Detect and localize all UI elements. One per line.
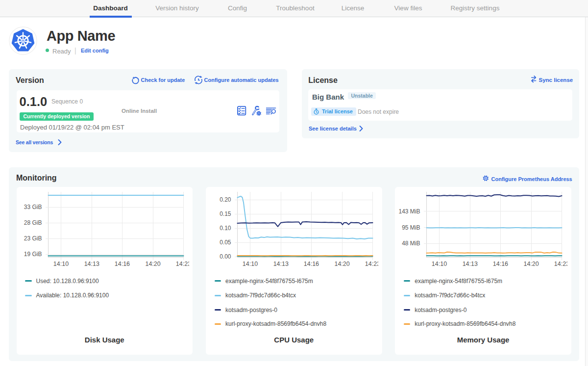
svg-text:14:20: 14:20 [145,261,160,267]
svg-text:23 GiB: 23 GiB [24,235,42,242]
svg-text:28 GiB: 28 GiB [24,219,42,226]
svg-text:0.10: 0.10 [220,225,231,232]
svg-text:14:20: 14:20 [334,261,349,267]
svg-text:0.15: 0.15 [220,210,231,217]
svg-text:14:23: 14:23 [365,261,378,267]
svg-text:0.20: 0.20 [220,196,231,203]
svg-text:14:10: 14:10 [53,261,68,267]
svg-text:14:13: 14:13 [463,261,478,267]
svg-text:14:16: 14:16 [304,261,319,267]
svg-text:14:16: 14:16 [493,261,508,267]
svg-text:14:13: 14:13 [84,261,99,267]
svg-text:14:10: 14:10 [432,261,447,267]
svg-text:19 GiB: 19 GiB [24,251,42,258]
svg-text:0.05: 0.05 [220,239,231,246]
svg-text:0.00: 0.00 [220,253,231,260]
svg-text:14:16: 14:16 [114,261,129,267]
svg-text:14:13: 14:13 [273,261,289,267]
svg-text:14:10: 14:10 [243,261,258,267]
svg-text:48 MiB: 48 MiB [402,240,420,247]
svg-text:14:23: 14:23 [175,261,189,267]
svg-text:14:23: 14:23 [554,261,567,267]
svg-text:33 GiB: 33 GiB [24,204,42,210]
svg-text:14:20: 14:20 [524,261,539,267]
svg-text:95 MiB: 95 MiB [402,224,420,231]
svg-text:143 MiB: 143 MiB [399,208,420,215]
